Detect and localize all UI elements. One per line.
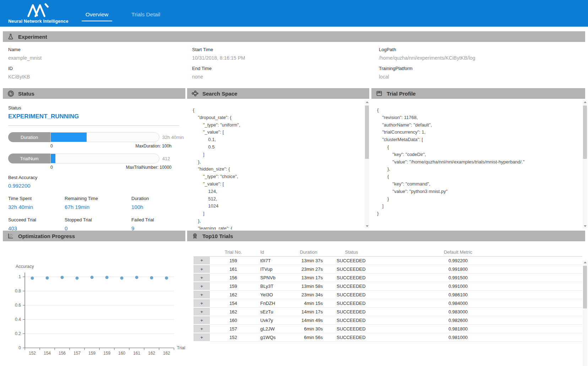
expand-row-button[interactable]: + bbox=[194, 316, 210, 324]
cell-duration: 6min 56s bbox=[289, 333, 328, 341]
svg-text:152: 152 bbox=[29, 351, 36, 356]
search-space-scrollbar[interactable] bbox=[365, 100, 369, 228]
experiment-header: Experiment bbox=[3, 31, 585, 42]
status-value: EXPERIMENT_RUNNING bbox=[8, 113, 179, 120]
nav-tabs: Overview Trials Detail bbox=[82, 10, 179, 22]
top10-title: Top10 Trials bbox=[202, 233, 233, 239]
col-default-metric: Default Metric bbox=[375, 248, 541, 256]
scroll-down-arrow[interactable] bbox=[583, 224, 587, 228]
svg-text:159: 159 bbox=[103, 351, 110, 356]
tab-trials-detail[interactable]: Trials Detail bbox=[130, 10, 162, 22]
stat-remaining-time: Remaining Time67h 19min bbox=[65, 196, 131, 210]
status-header: Status bbox=[3, 88, 185, 99]
nni-logo-icon bbox=[25, 3, 51, 17]
trialnum-value: 412 bbox=[162, 156, 170, 161]
cell-id: g1WQs bbox=[257, 333, 289, 341]
trial-profile-title: Trial Profile bbox=[387, 91, 416, 97]
cell-id: t0I7T bbox=[257, 256, 289, 265]
scrollbar-thumb[interactable] bbox=[365, 106, 369, 159]
top10-pane: Top10 Trials Trial No. Id Duration Statu… bbox=[187, 231, 585, 366]
svg-text:159: 159 bbox=[88, 351, 96, 356]
cell-filler bbox=[541, 316, 582, 324]
field-training-platform: TrainingPlatform local bbox=[379, 66, 585, 80]
table-row: +157gL2JW6min 30sSUCCEEDED0.981800 bbox=[194, 324, 582, 333]
field-start-time: Start Time 10/31/2018, 8:16:15 PM bbox=[192, 47, 379, 61]
optimization-header: Optimization Progress bbox=[3, 231, 185, 241]
cell-duration: 13min 17s bbox=[289, 273, 328, 282]
cell-default-metric: 0.991500 bbox=[375, 273, 541, 282]
duration-fill bbox=[51, 133, 87, 142]
top10-scrollbar[interactable] bbox=[583, 260, 587, 366]
col-status: Status bbox=[328, 248, 375, 256]
cell-duration: 4min 15s bbox=[289, 299, 328, 307]
stat-succeed-trial: Succeed Trial403 bbox=[8, 217, 65, 231]
expander-column-header bbox=[194, 248, 210, 256]
svg-text:160: 160 bbox=[118, 351, 125, 356]
expand-row-button[interactable]: + bbox=[194, 273, 210, 282]
cell-trial-no: 160 bbox=[210, 316, 257, 324]
scroll-up-arrow[interactable] bbox=[583, 260, 587, 265]
search-space-pane: Search Space { "dropout_rate": { "_type"… bbox=[187, 88, 369, 230]
table-row: +162YeI3O23min 34sSUCCEEDED0.986100 bbox=[194, 290, 582, 299]
cell-trial-no: 162 bbox=[210, 290, 257, 299]
brand-text: Neural Network Intelligence bbox=[8, 19, 68, 24]
flask-icon bbox=[7, 33, 14, 40]
scrollbar-thumb[interactable] bbox=[583, 106, 587, 159]
trialnum-range: 0 MaxTrialNumber: 10000 bbox=[50, 165, 172, 170]
experiment-section: Experiment Name example_mnist ID KCiBytK… bbox=[3, 31, 585, 88]
expand-row-button[interactable]: + bbox=[194, 290, 210, 299]
table-row: +152g1WQs6min 56sSUCCEEDED0.981000 bbox=[194, 333, 582, 341]
cell-trial-no: 161 bbox=[210, 265, 257, 273]
cell-filler bbox=[541, 282, 582, 290]
cell-trial-no: 156 bbox=[210, 273, 257, 282]
nni-logo: Neural Network Intelligence bbox=[9, 3, 68, 24]
scroll-up-arrow[interactable] bbox=[583, 100, 587, 104]
cell-duration: 23min 34s bbox=[289, 290, 328, 299]
col-duration: Duration bbox=[289, 248, 328, 256]
col-trial-no: Trial No. bbox=[210, 248, 257, 256]
trialnum-fill bbox=[51, 154, 55, 163]
scrollbar-thumb[interactable] bbox=[583, 266, 587, 308]
cell-trial-no: 152 bbox=[210, 333, 257, 341]
top10-table: Trial No. Id Duration Status Default Met… bbox=[194, 248, 582, 342]
cell-status: SUCCEEDED bbox=[328, 265, 375, 273]
expand-row-button[interactable]: + bbox=[194, 256, 210, 265]
cell-filler bbox=[541, 290, 582, 299]
table-row: +160Uvk7y14min 49sSUCCEEDED0.982600 bbox=[194, 316, 582, 324]
trialnum-pill: TrialNum bbox=[8, 154, 50, 163]
expand-row-button[interactable]: + bbox=[194, 324, 210, 333]
optimization-title: Optimization Progress bbox=[18, 233, 75, 239]
stat-stopped-trial: Stopped Trial0 bbox=[65, 217, 131, 231]
expand-row-button[interactable]: + bbox=[194, 282, 210, 290]
svg-text:Accuracy: Accuracy bbox=[16, 264, 34, 269]
cell-status: SUCCEEDED bbox=[328, 307, 375, 316]
top-nav: Neural Network Intelligence Overview Tri… bbox=[0, 0, 588, 27]
cell-default-metric: 0.982600 bbox=[375, 316, 541, 324]
cell-filler bbox=[541, 333, 582, 341]
cell-id: gL2JW bbox=[257, 324, 289, 333]
archive-box-icon bbox=[376, 90, 383, 97]
expand-row-button[interactable]: + bbox=[194, 333, 210, 341]
svg-text:0.4: 0.4 bbox=[15, 317, 21, 322]
cell-duration: 14min 17s bbox=[289, 307, 328, 316]
tab-overview[interactable]: Overview bbox=[82, 10, 112, 22]
scroll-up-arrow[interactable] bbox=[365, 100, 369, 104]
svg-text:1: 1 bbox=[18, 274, 21, 279]
table-row: +154FnDZH4min 15sSUCCEEDED0.984000 bbox=[194, 299, 582, 307]
col-id: Id bbox=[257, 248, 289, 256]
trial-profile-scrollbar[interactable] bbox=[583, 100, 587, 228]
cell-id: SPNVb bbox=[257, 273, 289, 282]
scroll-down-arrow[interactable] bbox=[365, 224, 369, 228]
cell-status: SUCCEEDED bbox=[328, 273, 375, 282]
expand-row-button[interactable]: + bbox=[194, 307, 210, 316]
medal-icon bbox=[191, 232, 198, 239]
cell-status: SUCCEEDED bbox=[328, 299, 375, 307]
field-name: Name example_mnist bbox=[8, 47, 192, 61]
trial-profile-pane: Trial Profile { "revision": 11768, "auth… bbox=[371, 88, 585, 230]
expand-row-button[interactable]: + bbox=[194, 265, 210, 273]
duration-progress: Duration 32h 40min bbox=[8, 132, 179, 142]
cell-id: YeI3O bbox=[257, 290, 289, 299]
stat-time-spent: Time Spent32h 40min bbox=[8, 196, 65, 210]
expand-row-button[interactable]: + bbox=[194, 299, 210, 307]
svg-text:0.6: 0.6 bbox=[15, 303, 21, 308]
